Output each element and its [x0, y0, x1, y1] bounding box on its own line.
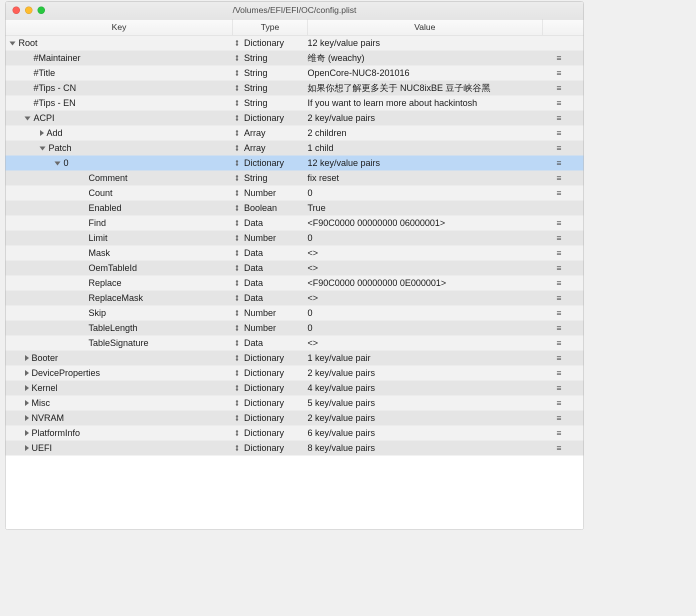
reorder-icon[interactable]	[233, 384, 241, 392]
type-cell[interactable]: Data	[233, 276, 308, 290]
reorder-icon[interactable]	[233, 204, 241, 212]
row-menu-icon[interactable]: ≡	[556, 219, 562, 228]
value-cell[interactable]: 2 key/value pairs	[308, 110, 542, 126]
reorder-icon[interactable]	[233, 430, 241, 436]
reorder-icon[interactable]	[233, 340, 241, 346]
row-menu-cell[interactable]: ≡	[542, 96, 574, 110]
row-menu-cell[interactable]: ≡	[542, 260, 574, 276]
reorder-icon[interactable]	[233, 354, 241, 362]
row-menu-cell[interactable]: ≡	[542, 216, 574, 230]
table-row[interactable]: MiscDictionary5 key/value pairs≡	[6, 396, 584, 410]
chevron-down-icon[interactable]	[54, 162, 60, 166]
row-menu-icon[interactable]: ≡	[556, 279, 562, 288]
reorder-icon[interactable]	[233, 144, 241, 152]
table-row[interactable]: FindData<F90C0000 00000000 06000001>≡	[6, 216, 584, 230]
table-row[interactable]: RootDictionary12 key/value pairs	[6, 36, 584, 50]
row-menu-cell[interactable]: ≡	[542, 396, 574, 410]
key-cell[interactable]: Limit	[6, 230, 233, 246]
chevron-right-icon[interactable]	[25, 400, 29, 406]
row-menu-cell[interactable]: ≡	[542, 336, 574, 350]
value-cell[interactable]: 2 key/value pairs	[308, 410, 542, 426]
type-cell[interactable]: Data	[233, 260, 308, 276]
row-menu-cell[interactable]: ≡	[542, 366, 574, 380]
key-cell[interactable]: Skip	[6, 306, 233, 320]
row-menu-cell[interactable]: ≡	[542, 290, 574, 306]
value-cell[interactable]: <F90C0000 00000000 0E000001>	[308, 276, 542, 290]
value-cell[interactable]: <>	[308, 246, 542, 260]
row-menu-icon[interactable]: ≡	[556, 369, 562, 378]
row-menu-icon[interactable]: ≡	[556, 429, 562, 438]
reorder-icon[interactable]	[233, 190, 241, 196]
row-menu-icon[interactable]: ≡	[556, 264, 562, 272]
chevron-right-icon[interactable]	[25, 370, 29, 376]
reorder-icon[interactable]	[233, 174, 241, 182]
value-cell[interactable]: <F90C0000 00000000 06000001>	[308, 216, 542, 230]
row-menu-icon[interactable]: ≡	[556, 249, 562, 258]
row-menu-cell[interactable]: ≡	[542, 306, 574, 320]
column-header-value[interactable]: Value	[308, 20, 542, 35]
key-cell[interactable]: TableLength	[6, 320, 233, 336]
type-cell[interactable]: Dictionary	[233, 396, 308, 410]
value-cell[interactable]: 1 child	[308, 140, 542, 156]
value-cell[interactable]: 0	[308, 320, 542, 336]
key-cell[interactable]: Count	[6, 186, 233, 200]
chevron-down-icon[interactable]	[40, 146, 46, 150]
row-menu-cell[interactable]: ≡	[542, 440, 574, 456]
type-cell[interactable]: Dictionary	[233, 410, 308, 426]
key-cell[interactable]: DeviceProperties	[6, 366, 233, 380]
type-cell[interactable]: Data	[233, 216, 308, 230]
reorder-icon[interactable]	[233, 400, 241, 406]
row-menu-icon[interactable]: ≡	[556, 354, 562, 362]
type-cell[interactable]: String	[233, 66, 308, 80]
value-cell[interactable]: 2 key/value pairs	[308, 366, 542, 380]
type-cell[interactable]: Array	[233, 140, 308, 156]
type-cell[interactable]: Number	[233, 306, 308, 320]
row-menu-icon[interactable]: ≡	[556, 129, 562, 138]
row-menu-cell[interactable]: ≡	[542, 320, 574, 336]
key-cell[interactable]: Booter	[6, 350, 233, 366]
reorder-icon[interactable]	[233, 160, 241, 166]
table-row[interactable]: UEFIDictionary8 key/value pairs≡	[6, 440, 584, 456]
value-cell[interactable]: fix reset	[308, 170, 542, 186]
row-menu-cell[interactable]: ≡	[542, 50, 574, 66]
table-row[interactable]: EnabledBooleanTrue	[6, 200, 584, 216]
row-menu-cell[interactable]: ≡	[542, 426, 574, 440]
reorder-icon[interactable]	[233, 280, 241, 286]
row-menu-cell[interactable]: ≡	[542, 276, 574, 290]
reorder-icon[interactable]	[233, 234, 241, 242]
table-row[interactable]: #Tips - ENStringIf you want to learn mor…	[6, 96, 584, 110]
key-cell[interactable]: Enabled	[6, 200, 233, 216]
table-row[interactable]: MaskData<>≡	[6, 246, 584, 260]
row-menu-icon[interactable]: ≡	[556, 99, 562, 108]
row-menu-cell[interactable]: ≡	[542, 140, 574, 156]
value-cell[interactable]: 12 key/value pairs	[308, 156, 542, 170]
row-menu-cell[interactable]: ≡	[542, 110, 574, 126]
close-icon[interactable]	[12, 6, 20, 14]
row-menu-cell[interactable]: ≡	[542, 126, 574, 140]
row-menu-icon[interactable]: ≡	[556, 114, 562, 122]
table-row[interactable]: PlatformInfoDictionary6 key/value pairs≡	[6, 426, 584, 440]
row-menu-icon[interactable]: ≡	[556, 339, 562, 348]
reorder-icon[interactable]	[233, 414, 241, 422]
row-menu-icon[interactable]: ≡	[556, 294, 562, 302]
table-body[interactable]: RootDictionary12 key/value pairs#Maintai…	[6, 36, 584, 530]
zoom-icon[interactable]	[38, 6, 45, 14]
reorder-icon[interactable]	[233, 324, 241, 332]
minimize-icon[interactable]	[25, 6, 32, 14]
value-cell[interactable]: 0	[308, 306, 542, 320]
table-row[interactable]: NVRAMDictionary2 key/value pairs≡	[6, 410, 584, 426]
type-cell[interactable]: Data	[233, 246, 308, 260]
type-cell[interactable]: Dictionary	[233, 380, 308, 396]
row-menu-icon[interactable]: ≡	[556, 54, 562, 62]
reorder-icon[interactable]	[233, 40, 241, 46]
reorder-icon[interactable]	[233, 84, 241, 92]
type-cell[interactable]: Boolean	[233, 200, 308, 216]
value-cell[interactable]: If you want to learn more about hackinto…	[308, 96, 542, 110]
row-menu-cell[interactable]: ≡	[542, 230, 574, 246]
type-cell[interactable]: String	[233, 50, 308, 66]
reorder-icon[interactable]	[233, 370, 241, 376]
table-row[interactable]: CountNumber0≡	[6, 186, 584, 200]
type-cell[interactable]: String	[233, 96, 308, 110]
key-cell[interactable]: PlatformInfo	[6, 426, 233, 440]
value-cell[interactable]: 8 key/value pairs	[308, 440, 542, 456]
